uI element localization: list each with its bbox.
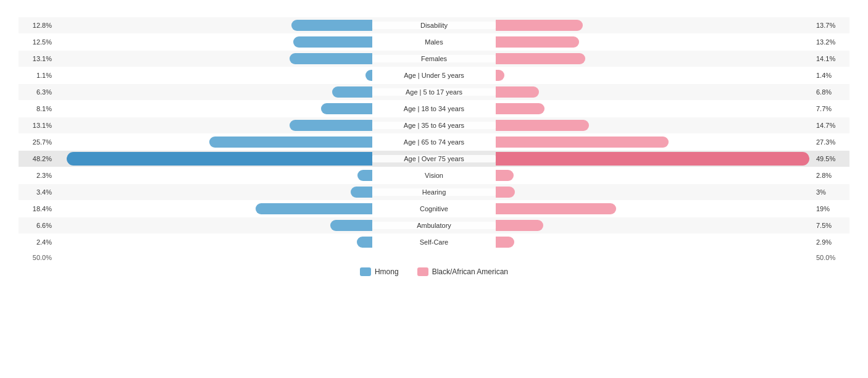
bar-left-disability	[56, 19, 372, 32]
label-ambulatory: Ambulatory	[372, 222, 496, 229]
val-right-age-35-64: 14.7%	[812, 122, 849, 129]
val-right-females: 14.1%	[812, 55, 849, 62]
label-age-over75: Age | Over 75 years	[372, 155, 496, 162]
bar-right-males	[496, 36, 812, 48]
bar-row-age-5-17: 6.3% Age | 5 to 17 years 6.8%	[19, 84, 849, 100]
val-right-disability: 13.7%	[812, 22, 849, 29]
bar-left-age-u5	[56, 69, 372, 82]
val-left-selfcare: 2.4%	[19, 238, 56, 246]
label-cognitive: Cognitive	[372, 205, 496, 212]
bar-right-age-5-17	[496, 86, 812, 98]
bar-row-males: 12.5% Males 13.2%	[19, 34, 849, 50]
bar-right-cognitive	[496, 203, 812, 215]
val-right-age-over75: 49.5%	[812, 155, 849, 162]
val-right-age-65-74: 27.3%	[812, 138, 849, 146]
legend-hmong: Hmong	[360, 267, 399, 276]
bar-row-age-u5: 1.1% Age | Under 5 years 1.4%	[19, 67, 849, 83]
val-left-age-35-64: 13.1%	[19, 122, 56, 129]
val-left-vision: 2.3%	[19, 172, 56, 179]
label-age-35-64: Age | 35 to 64 years	[372, 122, 496, 129]
legend-label-black: Black/African American	[432, 267, 508, 276]
bar-right-age-over75	[496, 153, 812, 165]
bar-row-ambulatory: 6.6% Ambulatory 7.5%	[19, 217, 849, 233]
val-left-hearing: 3.4%	[19, 188, 56, 196]
bar-left-age-65-74	[56, 136, 372, 148]
val-left-ambulatory: 6.6%	[19, 222, 56, 229]
bar-right-vision	[496, 169, 812, 182]
bar-right-disability	[496, 19, 812, 32]
bar-row-age-over75: 48.2% Age | Over 75 years 49.5%	[19, 151, 849, 167]
bar-left-females	[56, 52, 372, 65]
axis-left: 50.0%	[19, 254, 56, 261]
label-vision: Vision	[372, 172, 496, 179]
val-right-vision: 2.8%	[812, 172, 849, 179]
val-left-age-5-17: 6.3%	[19, 88, 56, 96]
legend-black: Black/African American	[417, 267, 508, 276]
bar-left-age-35-64	[56, 119, 372, 132]
axis-row: 50.0% 50.0%	[19, 254, 849, 261]
bar-right-age-35-64	[496, 119, 812, 132]
legend-box-hmong	[360, 267, 371, 276]
val-right-age-5-17: 6.8%	[812, 88, 849, 96]
val-left-age-18-34: 8.1%	[19, 105, 56, 112]
val-right-age-u5: 1.4%	[812, 72, 849, 79]
bar-row-disability: 12.8% Disability 13.7%	[19, 17, 849, 33]
label-selfcare: Self-Care	[372, 238, 496, 246]
bar-left-age-5-17	[56, 86, 372, 98]
bar-row-age-35-64: 13.1% Age | 35 to 64 years 14.7%	[19, 117, 849, 133]
bar-left-cognitive	[56, 203, 372, 215]
label-age-u5: Age | Under 5 years	[372, 72, 496, 79]
bar-row-hearing: 3.4% Hearing 3%	[19, 184, 849, 200]
val-left-cognitive: 18.4%	[19, 205, 56, 212]
bar-row-females: 13.1% Females 14.1%	[19, 51, 849, 67]
axis-right: 50.0%	[812, 254, 849, 261]
val-right-hearing: 3%	[812, 188, 849, 196]
val-left-males: 12.5%	[19, 38, 56, 46]
bar-left-males	[56, 36, 372, 48]
bar-right-age-18-34	[496, 103, 812, 115]
val-left-age-over75: 48.2%	[19, 155, 56, 162]
bar-left-vision	[56, 169, 372, 182]
val-right-selfcare: 2.9%	[812, 238, 849, 246]
bar-right-age-u5	[496, 69, 812, 82]
bar-right-age-65-74	[496, 136, 812, 148]
bar-row-vision: 2.3% Vision 2.8%	[19, 167, 849, 183]
bar-left-age-over75	[56, 153, 372, 165]
label-age-18-34: Age | 18 to 34 years	[372, 105, 496, 112]
bar-left-selfcare	[56, 236, 372, 248]
legend: Hmong Black/African American	[19, 267, 849, 276]
val-left-disability: 12.8%	[19, 22, 56, 29]
label-age-5-17: Age | 5 to 17 years	[372, 88, 496, 96]
bar-right-females	[496, 52, 812, 65]
val-left-age-u5: 1.1%	[19, 72, 56, 79]
legend-box-black	[417, 267, 428, 276]
bar-row-age-18-34: 8.1% Age | 18 to 34 years 7.7%	[19, 101, 849, 117]
val-left-age-65-74: 25.7%	[19, 138, 56, 146]
val-right-ambulatory: 7.5%	[812, 222, 849, 229]
bar-left-ambulatory	[56, 219, 372, 232]
label-disability: Disability	[372, 22, 496, 29]
val-left-females: 13.1%	[19, 55, 56, 62]
chart-area: 12.8% Disability 13.7% 12.5% Males 13.2%…	[19, 17, 849, 261]
val-right-age-18-34: 7.7%	[812, 105, 849, 112]
bar-row-age-65-74: 25.7% Age | 65 to 74 years 27.3%	[19, 134, 849, 150]
bar-right-hearing	[496, 186, 812, 198]
legend-label-hmong: Hmong	[375, 267, 399, 276]
label-age-65-74: Age | 65 to 74 years	[372, 138, 496, 146]
bar-right-ambulatory	[496, 219, 812, 232]
bar-left-hearing	[56, 186, 372, 198]
bar-left-age-18-34	[56, 103, 372, 115]
label-hearing: Hearing	[372, 188, 496, 196]
val-right-males: 13.2%	[812, 38, 849, 46]
val-right-cognitive: 19%	[812, 205, 849, 212]
bar-row-selfcare: 2.4% Self-Care 2.9%	[19, 234, 849, 250]
label-females: Females	[372, 55, 496, 62]
bar-right-selfcare	[496, 236, 812, 248]
label-males: Males	[372, 38, 496, 46]
bar-row-cognitive: 18.4% Cognitive 19%	[19, 201, 849, 217]
